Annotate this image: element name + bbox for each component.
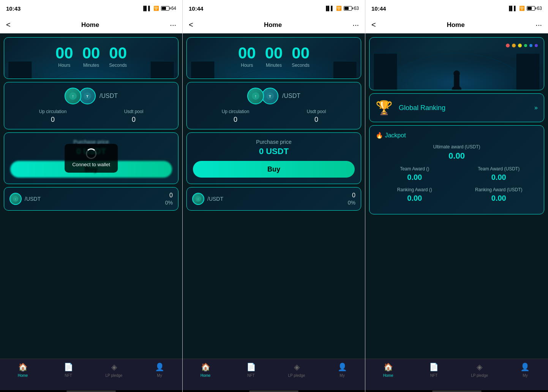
pool-row-2: Up circulation 0 Usdt pool 0: [193, 109, 355, 124]
lp-left-2: ↑ /USDT: [192, 193, 223, 205]
tab-nft-label-1: NFT: [65, 373, 72, 378]
tab-nft-3[interactable]: 📄 NFT: [411, 362, 456, 378]
ranking-award-2-3: Ranking Award (USDT) 0.00: [460, 187, 538, 203]
tab-nft-2[interactable]: 📄 NFT: [228, 362, 274, 378]
phone-panel-3: 10:44 ▐▌▌ 🛜 63 < Home ···: [365, 0, 548, 392]
tab-nft-1[interactable]: 📄 NFT: [46, 362, 91, 378]
ranking-award-2-value-3: 0.00: [491, 194, 506, 203]
timer-minutes-label-1: Minutes: [83, 63, 99, 68]
svg-point-47: [452, 86, 461, 90]
tab-lp-1[interactable]: ◈ LP pledge: [91, 362, 137, 378]
chevron-right-3: »: [534, 104, 538, 111]
timer-minutes-label-2: Minutes: [266, 63, 282, 68]
svg-point-43: [385, 54, 528, 90]
timer-seconds-num-2: 00: [292, 45, 310, 61]
token-pair-name-2: /USDT: [282, 93, 300, 99]
dot-green-3: [524, 44, 527, 47]
tab-home-1[interactable]: 🏠 Home: [0, 362, 46, 378]
purchase-card-1: Connect to wallet Purchase price 0 USDT …: [4, 132, 178, 184]
timer-minutes-2: 00 Minutes: [265, 45, 283, 68]
timer-hours-num-1: 00: [55, 45, 73, 61]
token-section-1: ↑ T /USDT Up circulation 0 Usdt pool 0: [4, 82, 178, 129]
timer-seconds-label-2: Seconds: [292, 63, 310, 68]
svg-point-2: [36, 69, 146, 79]
battery-pct-1: 64: [171, 6, 176, 11]
dot-yellow-3: [518, 44, 522, 47]
lp-value-2: 0: [352, 192, 355, 199]
team-award-2-3: Team Award (USDT) 0.00: [460, 166, 538, 182]
battery-icon-1: [161, 6, 169, 11]
nft-icon-1: 📄: [63, 362, 73, 372]
jackpot-title-3: 🔥 Jackpot: [376, 132, 538, 139]
my-icon-3: 👤: [520, 362, 530, 372]
tab-lp-2[interactable]: ◈ LP pledge: [274, 362, 319, 378]
up-circulation-2: Up circulation 0: [222, 109, 250, 124]
tab-nft-label-3: NFT: [430, 373, 437, 378]
up-circulation-value-1: 0: [51, 116, 55, 124]
lp-row-2: ↑ /USDT 0 0%: [186, 187, 361, 211]
status-time-1: 10:43: [6, 5, 21, 12]
more-button-1[interactable]: ···: [170, 20, 176, 29]
ultimate-award-label-3: Ultimate award (USDT): [376, 144, 538, 150]
svg-text:↑: ↑: [15, 198, 16, 200]
tab-my-1[interactable]: 👤 My: [137, 362, 182, 378]
lp-right-1: 0 0%: [165, 192, 173, 206]
global-ranking-text-3: Global Ranking: [399, 104, 445, 112]
tab-my-2[interactable]: 👤 My: [319, 362, 365, 378]
token-icon-up-2: ↑: [247, 88, 264, 104]
more-button-3[interactable]: ···: [535, 20, 542, 29]
battery-pct-3: 63: [537, 6, 542, 11]
usdt-pool-label-2: Usdt pool: [307, 109, 326, 114]
nav-bar-2: < Home ···: [183, 17, 365, 33]
tab-bar-2: 🏠 Home 📄 NFT ◈ LP pledge 👤 My: [183, 359, 365, 390]
ranking-award-2-label-3: Ranking Award (USDT): [475, 187, 523, 192]
dots-row-3: [506, 44, 538, 47]
timer-seconds-2: 00 Seconds: [292, 45, 310, 68]
svg-rect-46: [516, 54, 540, 90]
timer-hours-label-2: Hours: [241, 63, 253, 68]
team-award-1-label-3: Team Award (): [400, 166, 429, 172]
svg-rect-45: [373, 54, 397, 90]
tab-lp-3[interactable]: ◈ LP pledge: [457, 362, 502, 378]
purchase-label-2: Purchase price: [193, 139, 355, 145]
dot-red-3: [506, 44, 510, 47]
tab-my-3[interactable]: 👤 My: [502, 362, 548, 378]
up-circulation-1: Up circulation 0: [39, 109, 67, 124]
back-button-3[interactable]: <: [371, 20, 376, 29]
phone-panel-1: 10:43 ▐▌▌ 🛜 64 < Home ···: [0, 0, 183, 392]
tab-my-label-2: My: [340, 373, 344, 378]
status-bar-3: 10:44 ▐▌▌ 🛜 63: [365, 0, 548, 17]
dot-indigo-3: [535, 44, 538, 47]
connect-overlay-1: Connect to wallet: [65, 144, 118, 173]
svg-text:T: T: [269, 94, 271, 98]
nav-title-3: Home: [447, 21, 464, 29]
tab-bar-3: 🏠 Home 📄 NFT ◈ LP pledge 👤 My: [365, 359, 548, 390]
svg-text:↑: ↑: [197, 198, 199, 200]
my-icon-2: 👤: [337, 362, 347, 372]
usdt-pool-value-2: 0: [314, 116, 318, 124]
token-section-2: ↑ T /USDT Up circulation 0 Usdt pool 0: [186, 82, 361, 129]
ranking-award-1-value-3: 0.00: [407, 194, 422, 203]
ultimate-award-section-3: Ultimate award (USDT) 0.00: [376, 144, 538, 161]
token-header-2: ↑ T /USDT: [193, 88, 355, 104]
more-button-2[interactable]: ···: [352, 20, 359, 29]
usdt-pool-2: Usdt pool 0: [307, 109, 326, 124]
lp-pledge-icon-3: ◈: [475, 362, 485, 372]
back-button-1[interactable]: <: [6, 20, 11, 29]
timer-minutes-num-1: 00: [82, 45, 100, 61]
tab-home-3[interactable]: 🏠 Home: [365, 362, 411, 378]
nav-title-2: Home: [264, 21, 282, 29]
dot-orange-3: [512, 44, 516, 47]
global-ranking-card-3[interactable]: 🏆 Global Ranking »: [369, 93, 544, 122]
timer-hours-2: 00 Hours: [238, 45, 256, 68]
status-bar-1: 10:43 ▐▌▌ 🛜 64: [0, 0, 182, 17]
home-icon-1: 🏠: [18, 362, 28, 372]
back-button-2[interactable]: <: [189, 20, 193, 29]
usdt-pool-value-1: 0: [132, 116, 136, 124]
pool-row-1: Up circulation 0 Usdt pool 0: [10, 109, 172, 124]
buy-button-2[interactable]: Buy: [193, 161, 355, 178]
ranking-award-1-3: Ranking Award () 0.00: [376, 187, 454, 203]
tab-home-2[interactable]: 🏠 Home: [183, 362, 228, 378]
main-content-2: 00 Hours 00 Minutes 00 Seconds ↑: [183, 33, 365, 359]
lp-pct-2: 0%: [348, 200, 355, 206]
